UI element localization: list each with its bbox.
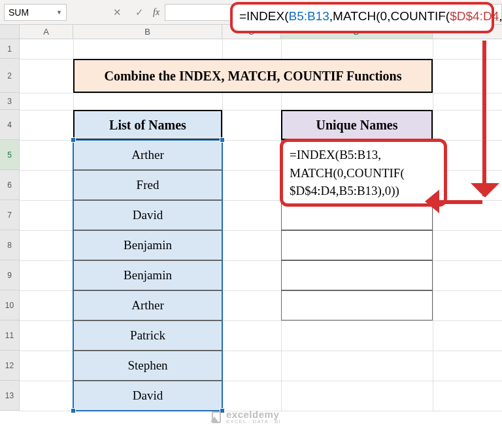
row-header[interactable]: 7 xyxy=(0,200,20,230)
list-item[interactable]: Benjamin xyxy=(73,260,222,290)
row-header[interactable]: 1 xyxy=(0,39,20,59)
row-header[interactable]: 10 xyxy=(0,290,20,320)
table-row[interactable] xyxy=(281,260,433,290)
formula-line: $D$4:D4,B5:B13),0)) xyxy=(290,182,437,200)
list-item[interactable]: Stephen xyxy=(73,351,222,381)
callout-arrow-vertical xyxy=(482,41,486,196)
list-item[interactable]: Arther xyxy=(73,140,222,170)
selection-handle[interactable] xyxy=(220,137,225,143)
list-item[interactable]: Fred xyxy=(73,170,222,200)
formula-seg: $D$4:D4 xyxy=(450,9,499,23)
fx-icon[interactable]: fx xyxy=(153,7,159,18)
formula-seg: B5:B13 xyxy=(289,9,329,23)
formula-line: =INDEX(B5:B13, xyxy=(290,146,437,164)
cancel-button[interactable]: ✕ xyxy=(106,4,128,21)
row-header[interactable]: 5 xyxy=(0,140,20,170)
name-box[interactable]: SUM ▼ xyxy=(4,4,67,21)
table-row[interactable] xyxy=(281,290,433,320)
list-item[interactable]: David xyxy=(73,200,222,230)
formula-seg: =INDEX( xyxy=(239,9,289,23)
row-header[interactable]: 6 xyxy=(0,170,20,200)
list-item[interactable]: Arther xyxy=(73,290,222,320)
list-header: List of Names xyxy=(73,110,222,140)
row-header[interactable]: 12 xyxy=(0,351,20,381)
cell-area[interactable]: Combine the INDEX, MATCH, COUNTIF Functi… xyxy=(20,39,502,411)
chevron-down-icon[interactable]: ▼ xyxy=(56,9,62,16)
unique-header: Unique Names xyxy=(281,110,433,140)
watermark: exceldemy EXCEL · DATA · BI xyxy=(210,409,281,424)
exceldemy-logo-icon xyxy=(210,411,222,423)
names-range-selection: Arther Fred David Benjamin Benjamin Arth… xyxy=(73,140,222,411)
select-all-corner[interactable] xyxy=(0,25,20,39)
name-box-value: SUM xyxy=(8,7,29,18)
row-header[interactable]: 9 xyxy=(0,260,20,290)
formula-seg: ,MATCH( xyxy=(329,9,380,23)
row-header[interactable]: 2 xyxy=(0,59,20,93)
table-row[interactable] xyxy=(281,230,433,260)
worksheet[interactable]: A B C D 1 2 3 4 5 6 7 8 9 10 11 12 13 xyxy=(0,25,502,448)
row-header[interactable]: 11 xyxy=(0,320,20,351)
formula-seg: 0 xyxy=(380,9,388,23)
active-cell-editing[interactable]: =INDEX(B5:B13, MATCH(0,COUNTIF( $D$4:D4,… xyxy=(280,139,447,207)
formula-seg: ,COUNTIF( xyxy=(387,9,450,23)
watermark-tagline: EXCEL · DATA · BI xyxy=(226,419,281,424)
list-item[interactable]: Benjamin xyxy=(73,230,222,260)
row-header[interactable]: 8 xyxy=(0,230,20,260)
page-title: Combine the INDEX, MATCH, COUNTIF Functi… xyxy=(73,59,433,93)
formula-bar-callout: =INDEX(B5:B13,MATCH(0,COUNTIF($D$4:D4,B5… xyxy=(230,2,494,33)
selection-handle[interactable] xyxy=(71,137,76,143)
enter-button[interactable]: ✓ xyxy=(128,4,150,21)
row-header[interactable]: 3 xyxy=(0,93,20,110)
list-item[interactable]: Patrick xyxy=(73,320,222,351)
watermark-brand: exceldemy xyxy=(226,409,281,419)
list-item[interactable]: David xyxy=(73,381,222,411)
selection-handle[interactable] xyxy=(71,408,76,413)
row-header[interactable]: 4 xyxy=(0,110,20,140)
row-header[interactable]: 13 xyxy=(0,381,20,411)
formula-line: MATCH(0,COUNTIF( xyxy=(290,164,437,182)
row-headers: 1 2 3 4 5 6 7 8 9 10 11 12 13 xyxy=(0,39,20,411)
col-header-a[interactable]: A xyxy=(20,25,73,39)
col-header-b[interactable]: B xyxy=(73,25,222,39)
callout-arrow-horizontal xyxy=(437,200,482,204)
